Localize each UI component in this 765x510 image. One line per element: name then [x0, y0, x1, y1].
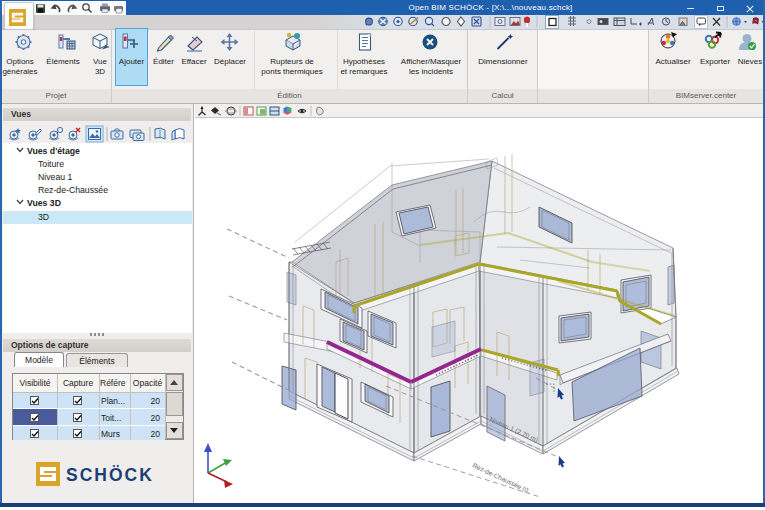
- svg-text:Rez-de-Chaussée (0.: Rez-de-Chaussée (0.: [471, 462, 531, 496]
- svg-text:SCHÖCK: SCHÖCK: [66, 465, 154, 485]
